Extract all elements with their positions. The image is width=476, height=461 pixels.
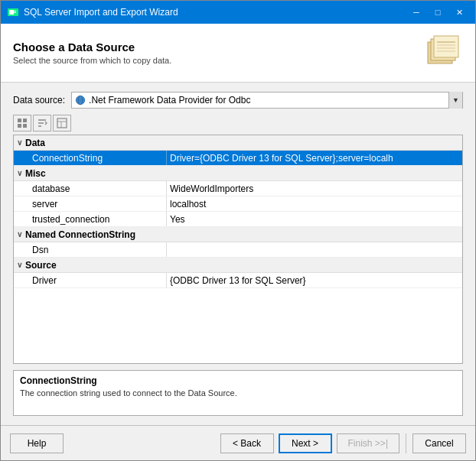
table-row[interactable]: databaseWideWorldImporters xyxy=(14,181,462,196)
svg-rect-18 xyxy=(18,124,21,128)
page-title: Choose a Data Source xyxy=(13,41,171,54)
prop-name: server xyxy=(14,196,167,211)
prop-group-header[interactable]: ∨Source xyxy=(14,258,462,273)
prop-group-header[interactable]: ∨Named ConnectionString xyxy=(14,227,462,242)
prop-value: localhost xyxy=(167,196,462,211)
title-bar: SQL Server Import and Export Wizard ─ □ … xyxy=(1,1,475,24)
help-button[interactable]: Help xyxy=(10,433,64,453)
prop-value xyxy=(167,242,462,257)
svg-rect-17 xyxy=(23,118,27,122)
prop-value: Yes xyxy=(167,212,462,226)
table-row[interactable]: trusted_connectionYes xyxy=(14,212,462,227)
svg-rect-2 xyxy=(14,11,16,11)
datasource-value: .Net Framework Data Provider for Odbc xyxy=(89,95,445,106)
prop-name: ConnectionString xyxy=(14,151,167,165)
finish-button[interactable]: Finish >>| xyxy=(337,433,399,453)
collapse-icon: ∨ xyxy=(17,261,22,269)
table-row[interactable]: Driver{ODBC Driver 13 for SQL Server} xyxy=(14,273,462,288)
collapse-icon: ∨ xyxy=(17,138,22,147)
next-button[interactable]: Next > xyxy=(279,433,332,453)
prop-value: Driver={ODBC Driver 13 for SQL Server};s… xyxy=(167,151,462,165)
header-section: Choose a Data Source Select the source f… xyxy=(1,24,475,83)
datasource-dropdown-arrow[interactable]: ▼ xyxy=(448,92,462,109)
back-button[interactable]: < Back xyxy=(220,433,274,453)
datasource-select[interactable]: .Net Framework Data Provider for Odbc ▼ xyxy=(71,92,463,109)
header-icon xyxy=(426,34,463,71)
info-title: ConnectionString xyxy=(20,375,456,386)
prop-group-header[interactable]: ∨Misc xyxy=(14,166,462,181)
properties-table: ∨DataConnectionStringDriver={ODBC Driver… xyxy=(13,135,463,364)
group-name: Source xyxy=(25,260,57,271)
toolbar-btn-categorize[interactable] xyxy=(13,115,31,131)
info-description: The connection string used to connect to… xyxy=(20,388,456,398)
group-name: Misc xyxy=(25,168,46,179)
prop-group-header[interactable]: ∨Data xyxy=(14,135,462,151)
wizard-window: SQL Server Import and Export Wizard ─ □ … xyxy=(0,0,476,461)
datasource-row: Data source: .Net Framework Data Provide… xyxy=(13,92,463,109)
toolbar-btn-properties[interactable] xyxy=(53,115,71,131)
prop-name: Dsn xyxy=(14,242,167,257)
svg-rect-6 xyxy=(434,36,458,57)
group-name: Data xyxy=(25,138,45,148)
prop-value: WideWorldImporters xyxy=(167,181,462,196)
footer-separator xyxy=(406,433,406,453)
toolbar-btn-sort[interactable] xyxy=(33,115,51,131)
categorize-icon xyxy=(17,118,28,128)
prop-name: trusted_connection xyxy=(14,212,167,226)
title-bar-title: SQL Server Import and Export Wizard xyxy=(24,7,406,18)
globe-icon xyxy=(75,95,86,106)
svg-rect-1 xyxy=(9,10,14,15)
prop-name: database xyxy=(14,181,167,196)
table-row[interactable]: serverlocalhost xyxy=(14,196,462,212)
datasource-label: Data source: xyxy=(13,95,65,106)
page-subtitle: Select the source from which to copy dat… xyxy=(13,56,171,65)
table-row[interactable]: Dsn xyxy=(14,242,462,258)
header-text: Choose a Data Source Select the source f… xyxy=(13,41,171,65)
svg-rect-16 xyxy=(18,118,21,122)
table-row[interactable]: ConnectionStringDriver={ODBC Driver 13 f… xyxy=(14,151,462,166)
title-bar-controls: ─ □ ✕ xyxy=(406,5,469,20)
cancel-button[interactable]: Cancel xyxy=(412,433,466,453)
collapse-icon: ∨ xyxy=(17,169,22,177)
properties-icon xyxy=(57,118,67,128)
prop-value: {ODBC Driver 13 for SQL Server} xyxy=(167,273,462,287)
footer-right: < Back Next > Finish >>| Cancel xyxy=(220,433,466,453)
sort-icon xyxy=(37,118,47,128)
svg-rect-23 xyxy=(57,118,67,128)
footer-left: Help xyxy=(10,433,220,453)
main-content: Data source: .Net Framework Data Provide… xyxy=(1,83,475,425)
close-button[interactable]: ✕ xyxy=(449,5,469,20)
info-section: ConnectionString The connection string u… xyxy=(13,370,463,416)
footer: Help < Back Next > Finish >>| Cancel xyxy=(1,425,475,460)
toolbar-row xyxy=(13,115,463,131)
minimize-button[interactable]: ─ xyxy=(406,5,426,20)
svg-rect-19 xyxy=(23,124,27,128)
prop-name: Driver xyxy=(14,273,167,287)
title-bar-icon xyxy=(7,6,19,18)
collapse-icon: ∨ xyxy=(17,230,22,239)
maximize-button[interactable]: □ xyxy=(428,5,448,20)
group-name: Named ConnectionString xyxy=(25,229,135,240)
svg-rect-3 xyxy=(14,12,16,13)
